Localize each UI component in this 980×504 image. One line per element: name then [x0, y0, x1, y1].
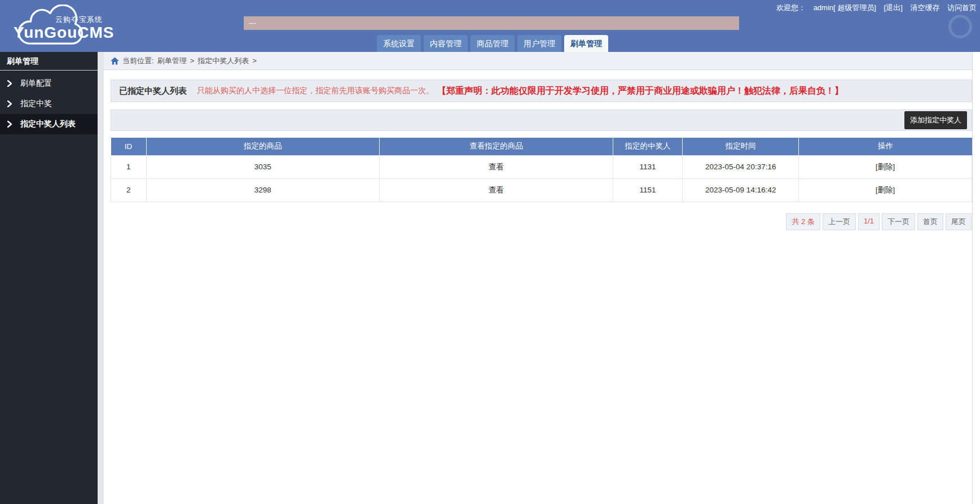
prev-page-button[interactable]: 上一页 — [823, 213, 856, 230]
sidebar-item-指定中奖[interactable]: 指定中奖 — [0, 94, 98, 114]
tab-系统设置[interactable]: 系统设置 — [377, 35, 421, 52]
tab-刷单管理[interactable]: 刷单管理 — [564, 35, 608, 52]
tab-商品管理[interactable]: 商品管理 — [471, 35, 515, 52]
view-link[interactable]: 查看 — [489, 186, 504, 194]
table-cell: 1 — [111, 155, 147, 178]
sidebar-item-label: 指定中奖人列表 — [20, 119, 76, 129]
main-panel: 当前位置: 刷单管理 > 指定中奖人列表 > 已指定中奖人列表 只能从购买的人中… — [104, 52, 973, 504]
column-header: 指定的商品 — [146, 138, 380, 155]
table-cell: 查看 — [380, 178, 613, 201]
delete-link[interactable]: [删除] — [876, 163, 895, 171]
sidebar: 刷单管理 刷单配置指定中奖指定中奖人列表 — [0, 52, 98, 504]
breadcrumb-link-winnerlist[interactable]: 指定中奖人列表 — [197, 56, 249, 66]
chevron-right-icon — [7, 80, 12, 87]
table-cell: 2 — [111, 178, 147, 201]
logout-link[interactable]: [退出] — [884, 3, 903, 12]
next-page-button[interactable]: 下一页 — [882, 213, 915, 230]
last-page-button[interactable]: 尾页 — [946, 213, 972, 230]
toolbar: 添加指定中奖人 — [111, 109, 972, 131]
user-link[interactable]: admin[ 超级管理员] — [814, 3, 876, 12]
view-link[interactable]: 查看 — [489, 163, 504, 171]
clear-cache-link[interactable]: 清空缓存 — [910, 3, 939, 12]
topbar: 欢迎您： admin[ 超级管理员] [退出] 清空缓存 访问首页 — [771, 3, 977, 13]
breadcrumb-prefix: 当前位置: — [122, 56, 154, 66]
sidebar-item-label: 指定中奖 — [20, 99, 52, 109]
table-cell: 3035 — [146, 155, 380, 178]
page-title: 已指定中奖人列表 — [119, 86, 187, 97]
add-winner-button[interactable]: 添加指定中奖人 — [904, 111, 967, 129]
breadcrumb: 当前位置: 刷单管理 > 指定中奖人列表 > — [104, 52, 972, 70]
table-cell: [删除] — [799, 178, 972, 201]
chevron-right-icon — [7, 121, 12, 128]
table-row: 13035查看11312023-05-04 20:37:16[删除] — [111, 155, 972, 178]
delete-link[interactable]: [删除] — [876, 186, 895, 194]
notice-warning: 【郑重声明：此功能仅限用于开发学习使用，严禁用于商业用途或欺骗用户！触犯法律，后… — [437, 85, 843, 97]
nav-tabs: 系统设置内容管理商品管理用户管理刷单管理 — [377, 35, 608, 52]
table-cell: 1151 — [613, 178, 683, 201]
tab-内容管理[interactable]: 内容管理 — [424, 35, 468, 52]
visit-home-link[interactable]: 访问首页 — [947, 3, 977, 12]
welcome-label: 欢迎您： — [776, 3, 806, 12]
breadcrumb-link-brushorder[interactable]: 刷单管理 — [157, 56, 187, 66]
logo: 云购夺宝系统 YunGouCMS — [6, 1, 118, 51]
logo-title: YunGouCMS — [14, 24, 115, 42]
page-indicator: 1/1 — [858, 213, 880, 230]
home-icon — [111, 57, 119, 65]
table-cell: 2023-05-09 14:16:42 — [683, 178, 799, 201]
column-header: 操作 — [799, 138, 972, 155]
header-search-bar[interactable]: --- — [244, 16, 739, 30]
winner-table: ID指定的商品查看指定的商品指定的中奖人指定时间操作 13035查看113120… — [111, 138, 972, 202]
column-header: 指定时间 — [683, 138, 799, 155]
table-cell: 1131 — [613, 155, 683, 178]
chevron-right-icon — [7, 100, 12, 107]
header: 云购夺宝系统 YunGouCMS 欢迎您： admin[ 超级管理员] [退出]… — [0, 0, 980, 52]
table-header-row: ID指定的商品查看指定的商品指定的中奖人指定时间操作 — [111, 138, 972, 155]
pagination: 共 2 条 上一页 1/1 下一页 首页 尾页 — [111, 213, 972, 230]
column-header: ID — [111, 138, 147, 155]
breadcrumb-separator: > — [252, 56, 257, 65]
sidebar-title: 刷单管理 — [0, 52, 98, 71]
table-cell: [删除] — [799, 155, 972, 178]
sidebar-splitter[interactable] — [98, 52, 104, 504]
table-cell: 2023-05-04 20:37:16 — [683, 155, 799, 178]
sidebar-item-刷单配置[interactable]: 刷单配置 — [0, 73, 98, 94]
content-area: 已指定中奖人列表 只能从购买的人中选择一位指定，指定前先用该账号购买商品一次。 … — [104, 70, 972, 230]
sidebar-item-指定中奖人列表[interactable]: 指定中奖人列表 — [0, 114, 98, 134]
column-header: 指定的中奖人 — [613, 138, 683, 155]
total-count: 共 2 条 — [786, 213, 820, 230]
breadcrumb-separator: > — [190, 56, 195, 65]
tab-用户管理[interactable]: 用户管理 — [517, 35, 561, 52]
sidebar-menu: 刷单配置指定中奖指定中奖人列表 — [0, 71, 98, 134]
notice-bar: 已指定中奖人列表 只能从购买的人中选择一位指定，指定前先用该账号购买商品一次。 … — [111, 80, 972, 102]
table-cell: 查看 — [380, 155, 613, 178]
column-header: 查看指定的商品 — [380, 138, 613, 155]
sidebar-item-label: 刷单配置 — [20, 78, 52, 89]
first-page-button[interactable]: 首页 — [917, 213, 943, 230]
table-body: 13035查看11312023-05-04 20:37:16[删除]23298查… — [111, 155, 972, 201]
ring-decoration-icon — [948, 15, 972, 38]
table-row: 23298查看11512023-05-09 14:16:42[删除] — [111, 178, 972, 201]
notice-hint: 只能从购买的人中选择一位指定，指定前先用该账号购买商品一次。 — [197, 86, 434, 96]
table-cell: 3298 — [146, 178, 380, 201]
